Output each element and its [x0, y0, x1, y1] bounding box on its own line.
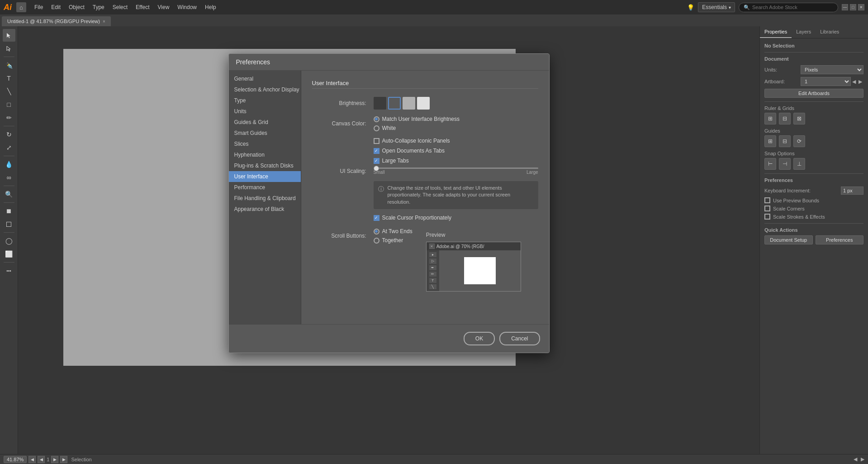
rotate-tool[interactable]: ↻	[3, 128, 15, 141]
zoom-tool[interactable]: 🔍	[3, 188, 15, 201]
snap-icon[interactable]: ⊠	[793, 113, 805, 124]
scroll-together-radio[interactable]: Together	[374, 237, 413, 244]
tab-libraries[interactable]: Libraries	[816, 26, 844, 38]
slider-labels: Small Large	[374, 170, 538, 175]
edit-artboards-button[interactable]: Edit Artboards	[764, 89, 863, 98]
more-tools[interactable]: •••	[3, 264, 15, 277]
fill-color[interactable]: ■	[3, 205, 15, 217]
nav-user-interface[interactable]: User Interface	[229, 171, 301, 182]
menu-object[interactable]: Object	[65, 2, 88, 12]
scale-strokes-row[interactable]: Scale Strokes & Effects	[764, 214, 863, 220]
search-input[interactable]	[752, 5, 833, 10]
auto-collapse-checkbox[interactable]: Auto-Collapse Iconic Panels	[374, 138, 538, 144]
snap-icon-1[interactable]: ⊢	[764, 158, 776, 170]
units-select[interactable]: Pixels	[801, 65, 863, 74]
nav-hyphenation[interactable]: Hyphenation	[229, 149, 301, 160]
ruler-icon[interactable]: ⊞	[764, 113, 776, 124]
brightness-medium-dark[interactable]	[388, 97, 401, 110]
stroke-color[interactable]: □	[3, 218, 15, 230]
eyedropper-tool[interactable]: 💧	[3, 158, 15, 171]
artboard-prev-icon[interactable]: ◀	[851, 79, 857, 85]
nav-appearance-black[interactable]: Appearance of Black	[229, 204, 301, 215]
home-button[interactable]: ⌂	[16, 2, 26, 12]
ui-slider[interactable]	[374, 167, 538, 169]
menu-select[interactable]: Select	[109, 2, 131, 12]
large-tabs-checkbox[interactable]: Large Tabs	[374, 158, 538, 164]
scale-corners-check[interactable]	[764, 206, 770, 211]
type-tool[interactable]: T	[3, 72, 15, 85]
scroll-two-ends-radio[interactable]: At Two Ends	[374, 228, 413, 234]
tab-layers[interactable]: Layers	[792, 26, 816, 38]
blend-tool[interactable]: ∞	[3, 171, 15, 184]
restore-button[interactable]: □	[850, 4, 856, 10]
minimize-button[interactable]: —	[842, 4, 848, 10]
screen-mode[interactable]: ⬜	[3, 248, 15, 260]
close-button[interactable]: ✕	[858, 4, 864, 10]
menu-window[interactable]: Window	[174, 2, 200, 12]
use-preview-bounds-row[interactable]: Use Preview Bounds	[764, 197, 863, 203]
nav-smart-guides[interactable]: Smart Guides	[229, 128, 301, 139]
artboard-select[interactable]: 1	[801, 77, 851, 86]
guide-icon-1[interactable]: ⊞	[764, 135, 776, 147]
nav-guides-grid[interactable]: Guides & Grid	[229, 117, 301, 128]
nav-file-handling[interactable]: File Handling & Clipboard	[229, 193, 301, 204]
preferences-quick-button[interactable]: Preferences	[816, 235, 864, 244]
canvas-match-radio[interactable]: Match User Interface Brightness	[374, 116, 460, 122]
scale-strokes-check[interactable]	[764, 214, 770, 220]
menu-help[interactable]: Help	[201, 2, 220, 12]
keyboard-increment-input[interactable]	[841, 187, 863, 195]
tool-separator-7	[4, 262, 14, 263]
nav-plugins[interactable]: Plug-ins & Scratch Disks	[229, 160, 301, 171]
line-tool[interactable]: ╲	[3, 85, 15, 98]
nav-selection-anchor[interactable]: Selection & Anchor Display	[229, 84, 301, 95]
direct-selection-tool[interactable]	[3, 42, 15, 55]
menu-type[interactable]: Type	[89, 2, 108, 12]
nav-performance[interactable]: Performance	[229, 182, 301, 193]
tab-close-icon[interactable]: ×	[103, 19, 105, 24]
nav-slices[interactable]: Slices	[229, 139, 301, 149]
scale-cursor-checkbox[interactable]: Scale Cursor Proportionately	[374, 215, 538, 221]
open-docs-tabs-checkbox[interactable]: Open Documents As Tabs	[374, 148, 538, 154]
artboard-next-icon[interactable]: ▶	[857, 79, 863, 85]
zoom-value[interactable]: 41.87%	[4, 456, 27, 463]
rect-tool[interactable]: □	[3, 98, 15, 111]
artboard-prev-btn[interactable]: ◀	[38, 456, 45, 463]
lightbulb-icon[interactable]: 💡	[687, 4, 694, 11]
nav-type[interactable]: Type	[229, 95, 301, 106]
guide-icon-3[interactable]: ⟳	[793, 135, 805, 147]
menu-edit[interactable]: Edit	[47, 2, 64, 12]
ok-button[interactable]: OK	[464, 332, 495, 345]
canvas-white-radio[interactable]: White	[374, 125, 460, 131]
artboard-next-btn[interactable]: ▶	[51, 456, 58, 463]
menu-file[interactable]: File	[31, 2, 47, 12]
snap-icon-3[interactable]: ⊥	[793, 158, 805, 170]
canvas-area[interactable]: Preferences General Selection & Anchor D…	[18, 26, 759, 454]
document-tab[interactable]: Untitled-1 @ 41.87% (RGB/GPU Preview) ×	[2, 16, 111, 26]
brightness-medium-light[interactable]	[403, 97, 415, 110]
scroll-left-icon[interactable]: ◀	[854, 456, 857, 462]
nav-general[interactable]: General	[229, 73, 301, 84]
draw-mode[interactable]: ◯	[3, 234, 15, 247]
scale-tool[interactable]: ⤢	[3, 141, 15, 154]
pen-tool[interactable]: ✒️	[3, 59, 15, 72]
zoom-in-button[interactable]: ▶	[60, 456, 67, 463]
menu-view[interactable]: View	[154, 2, 173, 12]
brightness-light[interactable]	[417, 97, 430, 110]
paintbrush-tool[interactable]: ✏	[3, 111, 15, 124]
menu-effect[interactable]: Effect	[132, 2, 153, 12]
snap-icon-2[interactable]: ⊣	[779, 158, 791, 170]
cancel-button[interactable]: Cancel	[499, 332, 540, 345]
grid-icon[interactable]: ⊟	[779, 113, 791, 124]
guide-icon-2[interactable]: ⊟	[779, 135, 791, 147]
tab-properties[interactable]: Properties	[760, 26, 792, 38]
scroll-right-icon[interactable]: ▶	[861, 456, 864, 462]
selection-tool[interactable]	[3, 29, 15, 42]
zoom-out-button[interactable]: ◀	[28, 456, 36, 463]
nav-units[interactable]: Units	[229, 106, 301, 117]
scale-corners-row[interactable]: Scale Corners	[764, 206, 863, 211]
workspace-dropdown[interactable]: Essentials ▾	[698, 2, 735, 12]
slider-thumb[interactable]	[374, 166, 379, 171]
document-setup-button[interactable]: Document Setup	[764, 235, 813, 244]
use-preview-bounds-check[interactable]	[764, 197, 770, 203]
brightness-dark[interactable]	[374, 97, 386, 110]
